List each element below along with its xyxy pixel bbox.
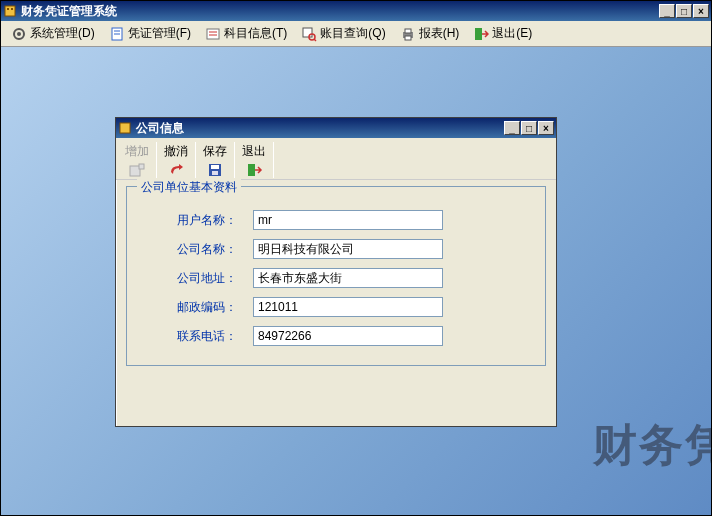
toolbar-separator xyxy=(273,142,274,178)
exit-icon xyxy=(473,26,489,42)
svg-rect-24 xyxy=(248,164,255,176)
save-button[interactable]: 保存 xyxy=(198,140,232,182)
username-label: 用户名称： xyxy=(137,212,253,229)
svg-rect-16 xyxy=(405,36,411,40)
menu-report[interactable]: 报表(H) xyxy=(394,22,466,45)
mdi-client: 财务凭 公司信息 _ □ × 增加 xyxy=(1,47,711,515)
svg-line-13 xyxy=(314,39,316,41)
watermark-text: 财务凭 xyxy=(593,416,711,475)
svg-rect-22 xyxy=(211,165,219,169)
menu-account[interactable]: 账目查询(Q) xyxy=(295,22,391,45)
postcode-input[interactable] xyxy=(253,297,443,317)
svg-rect-15 xyxy=(405,29,411,33)
company-info-window: 公司信息 _ □ × 增加 撤消 xyxy=(115,117,557,427)
maximize-button[interactable]: □ xyxy=(676,4,692,18)
exit-button[interactable]: 退出 xyxy=(237,140,271,182)
tool-label: 撤消 xyxy=(164,143,188,160)
main-window-controls: _ □ × xyxy=(659,4,709,18)
exit-icon xyxy=(244,161,264,179)
menu-subject[interactable]: 科目信息(T) xyxy=(199,22,293,45)
child-maximize-button[interactable]: □ xyxy=(521,121,537,135)
company-input[interactable] xyxy=(253,239,443,259)
main-title: 财务凭证管理系统 xyxy=(21,3,659,20)
main-titlebar: 财务凭证管理系统 _ □ × xyxy=(1,1,711,21)
printer-icon xyxy=(400,26,416,42)
company-groupbox: 公司单位基本资料 用户名称： 公司名称： 公司地址： 邮政编码： xyxy=(126,186,546,366)
child-minimize-button[interactable]: _ xyxy=(504,121,520,135)
menu-label: 科目信息(T) xyxy=(224,25,287,42)
minimize-button[interactable]: _ xyxy=(659,4,675,18)
postcode-label: 邮政编码： xyxy=(137,299,253,316)
menu-exit[interactable]: 退出(E) xyxy=(467,22,538,45)
add-button[interactable]: 增加 xyxy=(120,140,154,182)
tool-label: 保存 xyxy=(203,143,227,160)
username-input[interactable] xyxy=(253,210,443,230)
toolbar-separator xyxy=(234,142,235,178)
address-label: 公司地址： xyxy=(137,270,253,287)
svg-rect-11 xyxy=(303,28,312,37)
gear-icon xyxy=(11,26,27,42)
cancel-button[interactable]: 撤消 xyxy=(159,140,193,182)
child-toolbar: 增加 撤消 保存 xyxy=(116,138,556,180)
add-icon xyxy=(127,161,147,179)
row-company: 公司名称： xyxy=(137,239,535,259)
list-icon xyxy=(205,26,221,42)
tool-label: 退出 xyxy=(242,143,266,160)
row-phone: 联系电话： xyxy=(137,326,535,346)
groupbox-title: 公司单位基本资料 xyxy=(137,179,241,196)
child-close-button[interactable]: × xyxy=(538,121,554,135)
undo-icon xyxy=(166,161,186,179)
app-icon xyxy=(3,4,17,18)
child-title: 公司信息 xyxy=(136,120,504,137)
toolbar-separator xyxy=(156,142,157,178)
child-titlebar: 公司信息 _ □ × xyxy=(116,118,556,138)
save-icon xyxy=(205,161,225,179)
menu-system[interactable]: 系统管理(D) xyxy=(5,22,101,45)
svg-point-4 xyxy=(17,32,21,36)
form-icon xyxy=(118,121,132,135)
phone-label: 联系电话： xyxy=(137,328,253,345)
document-icon xyxy=(109,26,125,42)
child-window-controls: _ □ × xyxy=(504,121,554,135)
tool-label: 增加 xyxy=(125,143,149,160)
menu-label: 账目查询(Q) xyxy=(320,25,385,42)
svg-rect-17 xyxy=(475,28,482,40)
row-address: 公司地址： xyxy=(137,268,535,288)
search-icon xyxy=(301,26,317,42)
menu-label: 凭证管理(F) xyxy=(128,25,191,42)
phone-input[interactable] xyxy=(253,326,443,346)
menu-label: 系统管理(D) xyxy=(30,25,95,42)
row-username: 用户名称： xyxy=(137,210,535,230)
company-label: 公司名称： xyxy=(137,241,253,258)
svg-rect-18 xyxy=(120,123,130,133)
svg-rect-2 xyxy=(11,8,13,10)
svg-rect-23 xyxy=(212,171,218,175)
svg-rect-1 xyxy=(7,8,9,10)
svg-rect-0 xyxy=(5,6,15,16)
menu-label: 报表(H) xyxy=(419,25,460,42)
row-postcode: 邮政编码： xyxy=(137,297,535,317)
address-input[interactable] xyxy=(253,268,443,288)
menu-voucher[interactable]: 凭证管理(F) xyxy=(103,22,197,45)
menu-label: 退出(E) xyxy=(492,25,532,42)
main-window: 财务凭证管理系统 _ □ × 系统管理(D) 凭证管理(F) 科目信息(T) xyxy=(0,0,712,516)
svg-rect-20 xyxy=(139,164,144,169)
svg-rect-8 xyxy=(207,29,219,39)
close-button[interactable]: × xyxy=(693,4,709,18)
toolbar-separator xyxy=(195,142,196,178)
menubar: 系统管理(D) 凭证管理(F) 科目信息(T) 账目查询(Q) 报表(H) xyxy=(1,21,711,47)
